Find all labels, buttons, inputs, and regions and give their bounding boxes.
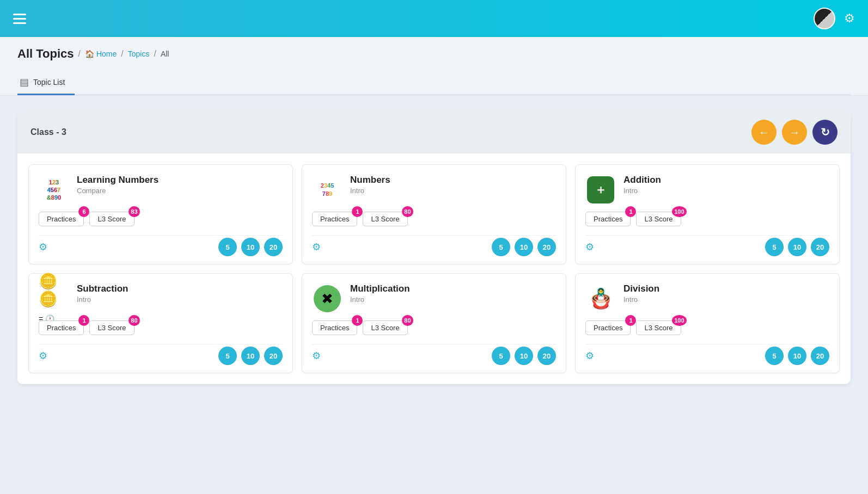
round-btn-5[interactable]: 5 bbox=[218, 347, 237, 365]
topic-top: ✖ Multiplication Intro bbox=[312, 283, 556, 314]
card-gear-icon[interactable]: ⚙ bbox=[39, 241, 47, 253]
badges-row: Practices 1 L3 Score 100 bbox=[585, 212, 829, 226]
round-btn-10[interactable]: 10 bbox=[515, 347, 533, 365]
practices-count: 1 bbox=[352, 206, 363, 217]
round-btn-5[interactable]: 5 bbox=[492, 347, 510, 365]
topic-info: Learning Numbers Compare bbox=[77, 175, 283, 195]
card-gear-icon[interactable]: ⚙ bbox=[585, 241, 594, 253]
topic-card-multiplication: ✖ Multiplication Intro Practices 1 L3 Sc… bbox=[302, 273, 566, 373]
practices-count: 1 bbox=[78, 315, 89, 326]
topic-sub: Intro bbox=[350, 187, 556, 195]
round-btn-20[interactable]: 20 bbox=[811, 238, 829, 256]
card-bottom: ⚙ 5 10 20 bbox=[585, 235, 829, 256]
practices-count: 1 bbox=[625, 206, 636, 217]
l3score-badge-wrap: L3 Score 100 bbox=[636, 320, 681, 335]
round-btns: 5 10 20 bbox=[492, 347, 556, 365]
l3score-button[interactable]: L3 Score bbox=[363, 320, 407, 335]
card-bottom: ⚙ 5 10 20 bbox=[585, 344, 829, 365]
bc-topics-link[interactable]: Topics bbox=[128, 50, 150, 58]
card-gear-icon[interactable]: ⚙ bbox=[312, 350, 321, 362]
breadcrumb-area: All Topics / 🏠 Home / Topics / All ▤ Top… bbox=[0, 37, 868, 96]
topic-card-division: 🪆 Division Intro Practices 1 L3 Score 10… bbox=[575, 273, 840, 373]
refresh-button[interactable]: ↻ bbox=[812, 120, 838, 145]
round-btns: 5 10 20 bbox=[765, 238, 829, 256]
practices-button[interactable]: Practices bbox=[312, 212, 357, 226]
round-btn-20[interactable]: 20 bbox=[537, 347, 556, 365]
avatar[interactable] bbox=[814, 8, 835, 29]
topic-top: 🪙🪙= 🕐 Subtraction Intro bbox=[39, 283, 283, 314]
practices-count: 1 bbox=[625, 315, 636, 326]
round-btn-10[interactable]: 10 bbox=[788, 347, 806, 365]
tabs-row: ▤ Topic List bbox=[17, 71, 851, 95]
practices-badge-wrap: Practices 1 bbox=[585, 212, 631, 226]
topic-card-addition: ＋ Addition Intro Practices 1 L3 Score 10… bbox=[575, 164, 840, 264]
class-label: Class - 3 bbox=[30, 127, 66, 137]
round-btn-20[interactable]: 20 bbox=[811, 347, 829, 365]
settings-icon[interactable]: ⚙ bbox=[844, 11, 855, 26]
topic-top: ＋ Addition Intro bbox=[585, 175, 829, 205]
l3score-button[interactable]: L3 Score bbox=[363, 212, 407, 226]
breadcrumb: All Topics / 🏠 Home / Topics / All bbox=[17, 47, 851, 61]
topic-name: Division bbox=[624, 283, 829, 294]
round-btn-5[interactable]: 5 bbox=[218, 238, 237, 256]
round-btn-10[interactable]: 10 bbox=[515, 238, 533, 256]
round-btn-10[interactable]: 10 bbox=[241, 238, 260, 256]
l3score-button[interactable]: L3 Score bbox=[89, 320, 134, 335]
round-btns: 5 10 20 bbox=[765, 347, 829, 365]
l3score-badge-wrap: L3 Score 83 bbox=[89, 212, 134, 226]
bc-home-link[interactable]: 🏠 Home bbox=[85, 50, 117, 58]
round-btn-5[interactable]: 5 bbox=[492, 238, 510, 256]
topic-top: 🪆 Division Intro bbox=[585, 283, 829, 314]
practices-button[interactable]: Practices bbox=[39, 212, 84, 226]
l3score-count: 80 bbox=[402, 206, 413, 217]
card-gear-icon[interactable]: ⚙ bbox=[585, 350, 594, 362]
header-left bbox=[13, 14, 26, 24]
topic-sub: Intro bbox=[624, 295, 829, 304]
practices-badge-wrap: Practices 1 bbox=[585, 320, 631, 335]
topic-icon-division: 🪆 bbox=[585, 283, 616, 314]
l3score-badge-wrap: L3 Score 80 bbox=[89, 320, 134, 335]
topic-info: Subtraction Intro bbox=[77, 283, 283, 304]
menu-button[interactable] bbox=[13, 14, 26, 24]
topic-icon-learning-numbers: 123 4567 &890 bbox=[39, 175, 69, 205]
l3score-badge-wrap: L3 Score 80 bbox=[363, 212, 407, 226]
practices-button[interactable]: Practices bbox=[39, 320, 84, 335]
l3score-count: 80 bbox=[129, 315, 139, 326]
l3score-count: 100 bbox=[672, 206, 686, 217]
round-btn-20[interactable]: 20 bbox=[264, 347, 283, 365]
l3score-badge-wrap: L3 Score 80 bbox=[363, 320, 407, 335]
round-btn-5[interactable]: 5 bbox=[765, 347, 784, 365]
practices-button[interactable]: Practices bbox=[585, 320, 631, 335]
l3score-count: 80 bbox=[402, 315, 413, 326]
next-button[interactable]: → bbox=[782, 120, 807, 145]
topic-icon-numbers: 2345 789 bbox=[312, 175, 343, 205]
practices-badge-wrap: Practices 6 bbox=[39, 212, 84, 226]
topic-info: Addition Intro bbox=[624, 175, 829, 195]
topic-card-subtraction: 🪙🪙= 🕐 Subtraction Intro Practices 1 L3 S… bbox=[28, 273, 293, 373]
prev-button[interactable]: ← bbox=[751, 120, 777, 145]
card-bottom: ⚙ 5 10 20 bbox=[39, 235, 283, 256]
card-gear-icon[interactable]: ⚙ bbox=[312, 241, 321, 253]
card-gear-icon[interactable]: ⚙ bbox=[39, 350, 47, 362]
round-btn-5[interactable]: 5 bbox=[765, 238, 784, 256]
practices-badge-wrap: Practices 1 bbox=[39, 320, 84, 335]
tab-topic-list[interactable]: ▤ Topic List bbox=[17, 71, 75, 95]
practices-count: 6 bbox=[78, 206, 89, 217]
round-btn-10[interactable]: 10 bbox=[788, 238, 806, 256]
topic-sub: Compare bbox=[77, 187, 283, 195]
round-btns: 5 10 20 bbox=[218, 347, 283, 365]
practices-button[interactable]: Practices bbox=[585, 212, 631, 226]
badges-row: Practices 1 L3 Score 80 bbox=[312, 212, 556, 226]
l3score-count: 100 bbox=[672, 315, 686, 326]
round-btn-20[interactable]: 20 bbox=[537, 238, 556, 256]
card-bottom: ⚙ 5 10 20 bbox=[312, 344, 556, 365]
round-btn-20[interactable]: 20 bbox=[264, 238, 283, 256]
topic-sub: Intro bbox=[350, 295, 556, 304]
practices-button[interactable]: Practices bbox=[312, 320, 357, 335]
home-icon: 🏠 bbox=[85, 50, 94, 58]
bc-sep-1: / bbox=[78, 49, 81, 59]
l3score-button[interactable]: L3 Score bbox=[89, 212, 134, 226]
topic-top: 2345 789 Numbers Intro bbox=[312, 175, 556, 205]
practices-badge-wrap: Practices 1 bbox=[312, 320, 357, 335]
round-btn-10[interactable]: 10 bbox=[241, 347, 260, 365]
